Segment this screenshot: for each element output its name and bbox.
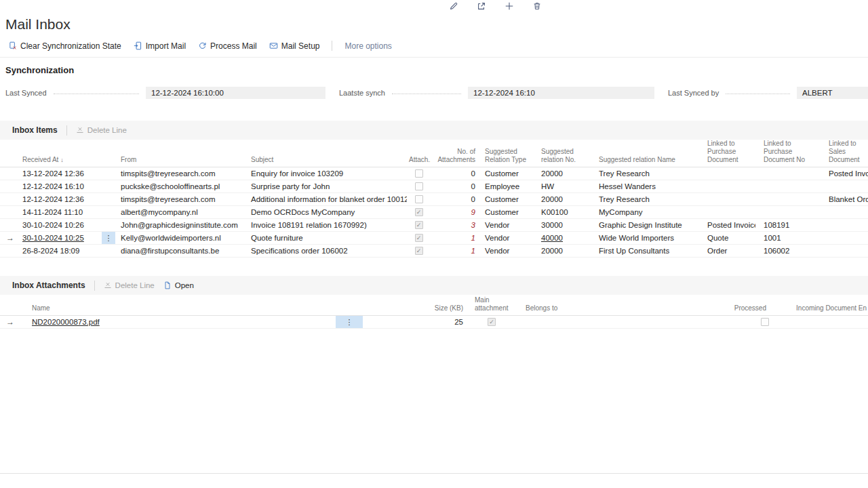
last-synced-by-value[interactable]: ALBERT	[797, 87, 868, 99]
col-main-attachment[interactable]: Main attachment	[465, 296, 519, 312]
relation-type-cell[interactable]: Employee	[477, 182, 533, 190]
laatste-synch-value[interactable]: 12-12-2024 16:10	[468, 87, 654, 99]
share-icon[interactable]	[477, 1, 486, 11]
linked-purchase-document-no-cell[interactable]: 106002	[755, 247, 821, 255]
attachment-checkbox-cell[interactable]	[407, 221, 431, 229]
relation-name-cell[interactable]: First Up Consultants	[591, 247, 699, 255]
from-cell[interactable]: timspits@treyresearch.com	[119, 169, 249, 178]
inbox-item-row[interactable]: 26-8-2024 18:09diana@firstupconsultants.…	[0, 245, 868, 258]
inbox-item-row[interactable]: →30-10-2024 10:25⋮Kelly@worldwideimporte…	[0, 232, 868, 245]
relation-no-cell[interactable]: 20000	[533, 195, 591, 203]
relation-name-cell[interactable]: Hessel Wanders	[591, 182, 699, 190]
no-of-attachments-cell[interactable]: 0	[431, 195, 477, 203]
relation-name-cell[interactable]: Graphic Design Institute	[591, 221, 699, 229]
inbox-attachments-caption[interactable]: Inbox Attachments	[12, 281, 85, 290]
clear-synchronization-state-button[interactable]: Clear Synchronization State	[8, 41, 121, 51]
attachment-checkbox-cell[interactable]	[407, 169, 431, 178]
col-linked-sales-document[interactable]: Linked to Sales Document	[821, 140, 868, 164]
processed-cell[interactable]	[597, 318, 770, 326]
received-at-cell[interactable]: 12-12-2024 12:36	[20, 195, 119, 203]
col-suggested-relation-type[interactable]: Suggested Relation Type	[477, 148, 533, 164]
no-of-attachments-cell[interactable]: 1	[431, 234, 477, 242]
process-mail-button[interactable]: Process Mail	[198, 41, 257, 51]
col-received-at[interactable]: Received At ↓	[20, 156, 119, 164]
col-belongs-to[interactable]: Belongs to	[519, 304, 597, 312]
main-attachment-cell[interactable]	[465, 318, 519, 326]
inbox-item-row[interactable]: 14-11-2024 11:10albert@mycompany.nlDemo …	[0, 206, 868, 219]
inbox-item-row[interactable]: 12-12-2024 12:36timspits@treyresearch.co…	[0, 193, 868, 206]
subject-cell[interactable]: Demo OCRDocs MyCompany	[249, 208, 407, 216]
relation-type-cell[interactable]: Vendor	[477, 247, 533, 255]
received-at-cell[interactable]: 26-8-2024 18:09	[20, 247, 119, 255]
attachment-checkbox-cell[interactable]	[407, 208, 431, 216]
new-icon[interactable]	[505, 1, 514, 11]
attachment-checkbox-cell[interactable]	[407, 234, 431, 242]
col-attach[interactable]: Attach...	[407, 156, 431, 164]
col-incoming-document-entry[interactable]: Incoming Document En	[770, 304, 868, 312]
relation-name-cell[interactable]: Wide World Importers	[591, 234, 699, 242]
relation-name-cell[interactable]: Trey Research	[591, 169, 699, 178]
linked-purchase-document-no-cell[interactable]: 1001	[755, 234, 821, 242]
subject-cell[interactable]: Quote furniture	[249, 234, 407, 242]
open-attachment-button[interactable]: Open	[163, 281, 194, 289]
checkbox[interactable]	[488, 318, 496, 326]
checkbox[interactable]	[415, 247, 423, 255]
checkbox[interactable]	[761, 318, 769, 326]
from-cell[interactable]: diana@firstupconsultants.be	[119, 247, 249, 255]
col-no-of-attachments[interactable]: No. of Attachments	[431, 148, 477, 164]
inbox-attachment-row[interactable]: →ND2020000873.pdf⋮25	[0, 316, 868, 329]
last-synced-value[interactable]: 12-12-2024 16:10:00	[146, 87, 326, 99]
checkbox[interactable]	[415, 169, 423, 178]
received-at-cell[interactable]: 14-11-2024 11:10	[20, 208, 119, 216]
subject-cell[interactable]: Additional information for blanket order…	[249, 195, 407, 203]
from-cell[interactable]: puckske@schooloffinearts.pl	[119, 182, 249, 190]
checkbox[interactable]	[415, 182, 423, 190]
mail-setup-button[interactable]: Mail Setup	[269, 41, 320, 51]
attachment-checkbox-cell[interactable]	[407, 182, 431, 190]
relation-no-cell[interactable]: 20000	[533, 169, 591, 178]
inbox-item-row[interactable]: 12-12-2024 16:10puckske@schooloffinearts…	[0, 180, 868, 193]
received-at-cell[interactable]: 12-12-2024 16:10	[20, 182, 119, 190]
no-of-attachments-cell[interactable]: 3	[431, 221, 477, 229]
checkbox[interactable]	[415, 195, 423, 203]
linked-purchase-document-no-cell[interactable]: 108191	[755, 221, 821, 229]
subject-cell[interactable]: Specifications order 106002	[249, 247, 407, 255]
relation-type-cell[interactable]: Vendor	[477, 221, 533, 229]
no-of-attachments-cell[interactable]: 9	[431, 208, 477, 216]
checkbox[interactable]	[415, 234, 423, 242]
from-cell[interactable]: John@graphicdesigninstitute.com	[119, 221, 249, 229]
size-kb-cell[interactable]: 25	[366, 318, 465, 326]
col-from[interactable]: From	[119, 156, 249, 164]
received-at-cell[interactable]: 30-10-2024 10:26	[20, 221, 119, 229]
col-linked-purchase-document[interactable]: Linked to Purchase Document	[699, 140, 755, 164]
linked-purchase-document-cell[interactable]: Posted Invoice	[699, 221, 755, 229]
no-of-attachments-cell[interactable]: 0	[431, 182, 477, 190]
checkbox[interactable]	[415, 221, 423, 229]
no-of-attachments-cell[interactable]: 1	[431, 247, 477, 255]
relation-no-cell[interactable]: 40000	[533, 234, 591, 242]
inbox-attachments-delete-line-button[interactable]: Delete Line	[104, 281, 155, 289]
relation-type-cell[interactable]: Vendor	[477, 234, 533, 242]
relation-no-cell[interactable]: 30000	[533, 221, 591, 229]
col-size-kb[interactable]: Size (KB)	[366, 304, 465, 312]
row-context-menu-button[interactable]: ⋮	[102, 232, 115, 244]
received-at-cell[interactable]: 30-10-2024 10:25⋮	[20, 232, 119, 244]
inbox-items-caption[interactable]: Inbox Items	[12, 125, 58, 135]
linked-purchase-document-cell[interactable]: Quote	[699, 234, 755, 242]
relation-type-cell[interactable]: Customer	[477, 195, 533, 203]
col-suggested-relation-no[interactable]: Suggested relation No.	[533, 148, 591, 164]
col-name[interactable]: Name	[20, 304, 366, 312]
relation-no-cell[interactable]: K00100	[533, 208, 591, 216]
received-at-cell[interactable]: 13-12-2024 12:36	[20, 169, 119, 178]
col-subject[interactable]: Subject	[249, 156, 407, 164]
relation-no-cell[interactable]: 20000	[533, 247, 591, 255]
from-cell[interactable]: albert@mycompany.nl	[119, 208, 249, 216]
linked-purchase-document-cell[interactable]: Order	[699, 247, 755, 255]
attachment-name-cell[interactable]: ND2020000873.pdf⋮	[20, 316, 366, 328]
linked-sales-document-cell[interactable]: Posted Invoice	[821, 169, 868, 178]
more-options-button[interactable]: More options	[344, 41, 391, 51]
col-suggested-relation-name[interactable]: Suggested relation Name	[591, 156, 699, 164]
subject-cell[interactable]: Invoice 108191 relation 1670992)	[249, 221, 407, 229]
relation-type-cell[interactable]: Customer	[477, 169, 533, 178]
from-cell[interactable]: Kelly@worldwideimporters.nl	[119, 234, 249, 242]
